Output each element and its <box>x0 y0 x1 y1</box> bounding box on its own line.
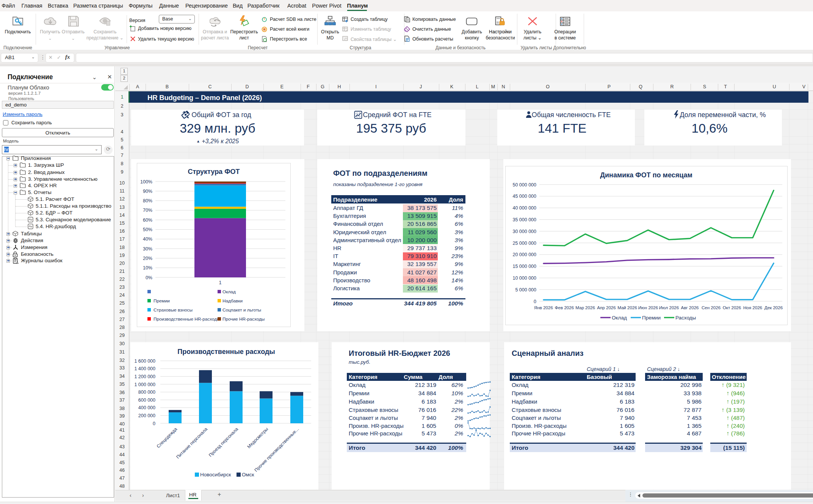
svg-text:Оклад: Оклад <box>612 315 627 321</box>
svg-text:90%: 90% <box>143 189 152 194</box>
svg-text:1 200 000: 1 200 000 <box>134 374 155 379</box>
svg-text:40%: 40% <box>143 236 152 242</box>
svg-text:50%: 50% <box>143 227 152 232</box>
svg-text:1 000 000: 1 000 000 <box>134 382 155 387</box>
svg-text:Апр 2026: Апр 2026 <box>597 305 616 310</box>
svg-text:Расходы: Расходы <box>675 315 696 321</box>
svg-text:Сен 2026: Сен 2026 <box>702 305 721 310</box>
svg-text:1 600 000: 1 600 000 <box>134 358 155 364</box>
svg-text:35 000 000: 35 000 000 <box>512 217 536 222</box>
svg-text:Динамика ФОТ по месяцам: Динамика ФОТ по месяцам <box>600 171 692 179</box>
svg-text:70%: 70% <box>143 208 152 213</box>
svg-text:50 000 000: 50 000 000 <box>512 182 536 188</box>
svg-text:40 000 000: 40 000 000 <box>512 205 536 211</box>
svg-text:Июл 2026: Июл 2026 <box>659 305 679 310</box>
svg-text:25 000 000: 25 000 000 <box>512 241 536 246</box>
svg-text:Авг 2026: Авг 2026 <box>681 305 699 310</box>
svg-text:15 000 000: 15 000 000 <box>512 264 536 269</box>
svg-text:Прочие HR-расходы: Прочие HR-расходы <box>222 316 265 322</box>
svg-text:30 000 000: 30 000 000 <box>512 229 536 234</box>
svg-text:Ноя 2026: Ноя 2026 <box>743 305 762 310</box>
svg-text:45 000 000: 45 000 000 <box>512 194 536 199</box>
svg-text:10%: 10% <box>143 265 152 271</box>
svg-text:100%: 100% <box>140 179 152 185</box>
svg-text:Соцпакет и льготы: Соцпакет и льготы <box>222 307 261 313</box>
svg-text:200 000: 200 000 <box>138 413 155 418</box>
svg-text:Янв 2026: Янв 2026 <box>534 305 553 310</box>
svg-text:Мар 2026: Мар 2026 <box>575 305 595 310</box>
svg-text:Дек 2026: Дек 2026 <box>764 305 783 310</box>
svg-text:Май 2026: Май 2026 <box>617 305 637 310</box>
svg-text:800 000: 800 000 <box>138 390 155 395</box>
svg-text:5 000 000: 5 000 000 <box>515 287 536 293</box>
svg-text:0%: 0% <box>146 275 152 280</box>
svg-text:Фев 2026: Фев 2026 <box>555 305 574 310</box>
svg-text:Омск: Омск <box>242 472 254 477</box>
svg-text:Окт 2026: Окт 2026 <box>723 305 741 310</box>
svg-text:80%: 80% <box>143 198 152 203</box>
svg-text:400 000: 400 000 <box>138 405 155 410</box>
svg-text:10 000 000: 10 000 000 <box>512 275 536 281</box>
svg-text:1 400 000: 1 400 000 <box>134 366 155 371</box>
svg-text:Новосибирск: Новосибирск <box>200 472 231 477</box>
svg-text:600 000: 600 000 <box>138 398 155 403</box>
svg-text:0: 0 <box>534 299 536 304</box>
svg-text:Июн 2026: Июн 2026 <box>638 305 658 310</box>
svg-text:Структура ФОТ: Структура ФОТ <box>188 168 240 175</box>
svg-text:0: 0 <box>153 421 155 426</box>
svg-text:Оклад: Оклад <box>222 289 236 294</box>
svg-text:Премии: Премии <box>642 315 661 321</box>
svg-text:30%: 30% <box>143 246 152 252</box>
svg-text:20 000 000: 20 000 000 <box>512 252 536 257</box>
svg-text:Премии: Премии <box>154 298 170 304</box>
svg-text:60%: 60% <box>143 218 152 223</box>
svg-text:Производственные HR-расходы: Производственные HR-расходы <box>154 316 220 322</box>
svg-text:20%: 20% <box>143 256 152 261</box>
svg-text:Надбавки: Надбавки <box>222 298 243 304</box>
svg-text:1: 1 <box>219 280 222 285</box>
svg-text:Производственные расходы: Производственные расходы <box>177 348 275 355</box>
svg-text:Страховые взносы: Страховые взносы <box>154 307 193 313</box>
